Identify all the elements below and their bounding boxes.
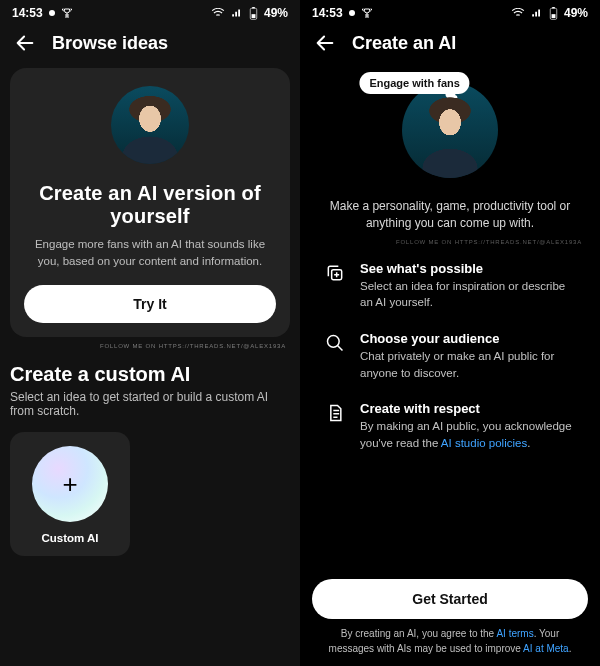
feature-item-possible: See what's possible Select an idea for i… [324, 261, 576, 311]
card-headline: Create an AI version of yourself [24, 182, 276, 228]
wifi-icon [511, 8, 525, 18]
svg-rect-2 [252, 7, 255, 8]
screen-create-ai: 14:53 49% Create an AI Engage with fans … [300, 0, 600, 666]
card-sub: Engage more fans with an AI that sounds … [24, 236, 276, 269]
legal-text: By creating an AI, you agree to the AI t… [312, 627, 588, 656]
ai-at-meta-link[interactable]: AI at Meta [523, 643, 569, 654]
feature-item-respect: Create with respect By making an AI publ… [324, 401, 576, 451]
trophy-icon [361, 7, 373, 19]
signal-icon [531, 8, 543, 18]
status-battery: 49% [564, 6, 588, 20]
notification-dot-icon [49, 10, 55, 16]
screen-browse-ideas: 14:53 49% Browse ideas Create an AI vers… [0, 0, 300, 666]
custom-ai-tile[interactable]: + Custom AI [10, 432, 130, 556]
notification-dot-icon [349, 10, 355, 16]
custom-ai-sub: Select an idea to get started or build a… [10, 390, 290, 418]
item-sub: Chat privately or make an AI public for … [360, 348, 576, 381]
get-started-button[interactable]: Get Started [312, 579, 588, 619]
back-icon[interactable] [14, 32, 36, 54]
plus-circle-icon: + [32, 446, 108, 522]
avatar [402, 82, 498, 178]
battery-icon [249, 7, 258, 20]
watermark: FOLLOW ME ON HTTPS://THREADS.NET/@ALEX19… [10, 337, 290, 359]
svg-rect-5 [552, 7, 555, 8]
page-title: Browse ideas [52, 33, 168, 54]
item-sub: By making an AI public, you acknowledge … [360, 418, 576, 451]
status-time: 14:53 [312, 6, 343, 20]
svg-point-7 [328, 336, 340, 348]
status-battery: 49% [264, 6, 288, 20]
navbar: Create an AI [300, 22, 600, 60]
ai-terms-link[interactable]: AI terms [496, 628, 533, 639]
status-bar: 14:53 49% [300, 0, 600, 22]
item-title: Create with respect [360, 401, 576, 416]
status-bar: 14:53 49% [0, 0, 300, 22]
battery-icon [549, 7, 558, 20]
document-icon [324, 401, 346, 451]
hero-sub: Make a personality, game, productivity t… [324, 198, 576, 233]
status-time: 14:53 [12, 6, 43, 20]
trophy-icon [61, 7, 73, 19]
feature-item-audience: Choose your audience Chat privately or m… [324, 331, 576, 381]
tile-label: Custom AI [30, 532, 110, 544]
try-it-button[interactable]: Try It [24, 285, 276, 323]
copy-plus-icon [324, 261, 346, 311]
ai-yourself-card[interactable]: Create an AI version of yourself Engage … [10, 68, 290, 337]
custom-ai-title: Create a custom AI [10, 363, 290, 386]
item-sub: Select an idea for inspiration or descri… [360, 278, 576, 311]
item-title: See what's possible [360, 261, 576, 276]
wifi-icon [211, 8, 225, 18]
avatar [111, 86, 189, 164]
signal-icon [231, 8, 243, 18]
svg-rect-4 [552, 14, 556, 18]
svg-rect-1 [252, 14, 256, 18]
policies-link[interactable]: AI studio policies [441, 437, 527, 449]
page-title: Create an AI [352, 33, 456, 54]
search-icon [324, 331, 346, 381]
watermark: FOLLOW ME ON HTTPS://THREADS.NET/@ALEX19… [310, 233, 590, 245]
back-icon[interactable] [314, 32, 336, 54]
navbar: Browse ideas [0, 22, 300, 68]
item-title: Choose your audience [360, 331, 576, 346]
